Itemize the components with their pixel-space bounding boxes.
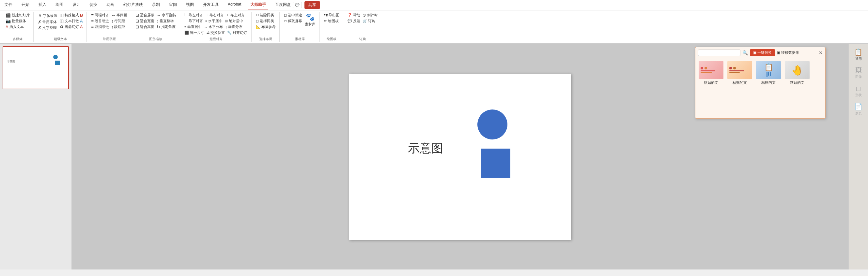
multipage-icon: 📄 — [854, 103, 863, 110]
spacing-col1: ≡ 两端对齐 ≡ 段首缩进 ≡ 取消缩进 — [90, 12, 110, 30]
btn-align-top[interactable]: ⊤靠上对齐 — [225, 12, 246, 18]
scale-buttons: ⊡ 适合屏幕 ⊡ 适合宽度 ⊡ 适合高度 ↔ 水平翻转 — [134, 12, 177, 36]
btn-dist-h[interactable]: ↔水平分布 — [203, 24, 224, 30]
btn-indent[interactable]: ≡ 段首缩进 — [90, 18, 110, 24]
menu-daoshi[interactable]: 大师助手 — [248, 1, 268, 9]
btn-screenshot[interactable]: ✂截取屏幕 — [283, 18, 303, 24]
menu-switch[interactable]: 切换 — [88, 1, 99, 9]
menu-start[interactable]: 开始 — [20, 1, 31, 9]
purchase-col1: ❓帮助 💬反馈 — [346, 12, 361, 24]
btn-help[interactable]: ❓帮助 — [346, 12, 361, 18]
slide-thumb-1[interactable]: 1 示意图 — [3, 46, 69, 89]
btn-new-slide[interactable]: 🎬 新建幻灯片 — [5, 12, 31, 18]
btn-batch-media[interactable]: 📷 批量媒体 — [5, 18, 31, 24]
fp-item-4[interactable]: 🤚 粘贴的文 — [784, 61, 810, 85]
ribbon-group-layout: ✂清除同类 ◻选择同类 📐布局参考 选择布局 — [252, 12, 280, 42]
btn-fit-screen[interactable]: ⊡ 适合屏幕 — [134, 12, 155, 18]
btn-align-slide[interactable]: 🔧对齐幻灯 — [226, 30, 248, 36]
dist-h-icon: ↔ — [204, 25, 208, 29]
btn-clear-same[interactable]: ✂清除同类 — [255, 12, 277, 18]
btn-feedback[interactable]: 💬反馈 — [346, 18, 361, 24]
btn-material-library[interactable]: 🐾 素材库 — [304, 12, 317, 27]
slide-preview-circle — [53, 55, 58, 59]
fp-transfer-button[interactable]: ▣ 转移数据库 — [777, 50, 799, 55]
btn-new-from-selected[interactable]: ◻选中新建 — [283, 12, 303, 18]
fp-search-input[interactable] — [698, 49, 740, 56]
fp-thumb-1 — [699, 61, 723, 79]
btn-align-bottom[interactable]: ⊥靠下对齐 — [183, 18, 204, 24]
sidebar-item-shape[interactable]: ◻ 形状 — [850, 82, 867, 99]
btn-export-img[interactable]: 🗺导出图 — [323, 12, 340, 18]
btn-dist-v[interactable]: ↕垂直分布 — [224, 24, 243, 30]
btn-fit-height[interactable]: ⊡ 适合高度 — [134, 24, 155, 30]
btn-center-v[interactable]: ≡垂直居中 — [183, 24, 203, 30]
fp-search-icon[interactable]: 🔍 — [742, 50, 748, 56]
share-button[interactable]: 共享 — [305, 1, 320, 9]
sidebar-item-image[interactable]: 🖼 图像 — [850, 65, 867, 81]
btn-layout-ref[interactable]: 📐布局参考 — [255, 24, 277, 30]
menu-view[interactable]: 视图 — [184, 1, 196, 9]
align-top-icon: ⊤ — [226, 13, 229, 17]
btn-flip-v[interactable]: ↕ 垂直翻转 — [156, 18, 177, 24]
btn-swap-pos[interactable]: ⇄交换位置 — [206, 30, 226, 36]
btn-align-right[interactable]: ⊣靠右对齐 — [204, 12, 225, 18]
btn-purchase[interactable]: 🛒订购 — [362, 18, 379, 24]
menu-animate[interactable]: 动画 — [104, 1, 116, 9]
btn-line-spacing[interactable]: ↕ 行间距 — [110, 18, 128, 24]
btn-center-abs[interactable]: ⊞绝对居中 — [224, 18, 244, 24]
canvas-area: 示意图 🔍 ▣ 一键替换 ▣ 转移数据库 ✕ — [72, 44, 848, 270]
menu-file[interactable]: 文件 — [3, 1, 14, 9]
btn-center-h[interactable]: ≡水平居中 — [204, 18, 223, 24]
countdown-icon: ⏱ — [363, 13, 366, 17]
menu-review[interactable]: 审阅 — [167, 1, 179, 9]
btn-font-setting[interactable]: Ａ 字体设置 — [37, 12, 58, 19]
btn-text-arrange[interactable]: ✗ 文字整理 — [37, 25, 58, 31]
slide-canvas[interactable]: 示意图 — [349, 74, 571, 240]
fp-close-button[interactable]: ✕ — [819, 50, 823, 56]
menu-baidu[interactable]: 百度网盘 — [273, 1, 293, 9]
btn-fit-width[interactable]: ⊡ 适合宽度 — [134, 18, 155, 24]
fp-thumb-lines-3 — [767, 72, 771, 77]
menu-insert[interactable]: 插入 — [36, 1, 48, 9]
menu-slideshow[interactable]: 幻灯片放映 — [121, 1, 145, 9]
feedback-icon: 💬 — [347, 19, 352, 23]
btn-current-slide[interactable]: ♻ 当前幻灯 A — [59, 24, 84, 30]
btn-special-format[interactable]: ◫ 特殊格式 B — [59, 12, 84, 18]
fp-thumb-3: 📋 — [756, 61, 781, 79]
menu-record[interactable]: 录制 — [150, 1, 162, 9]
btn-rotate-angle[interactable]: ↻ 指定角度 — [156, 24, 177, 30]
btn-align-left[interactable]: ⊢靠左对齐 — [183, 12, 204, 18]
menu-design[interactable]: 设计 — [70, 1, 82, 9]
fp-replace-button[interactable]: ▣ 一键替换 — [750, 49, 775, 56]
fp-item-3[interactable]: 📋 粘贴的文 — [755, 61, 781, 85]
fp-item-1[interactable]: 粘贴的文 — [698, 61, 724, 85]
fp-thumb-content-2 — [727, 65, 752, 75]
shape-label: 形状 — [855, 93, 862, 97]
btn-countdown[interactable]: ⏱倒计时 — [362, 12, 379, 18]
btn-justify[interactable]: ≡ 两端对齐 — [90, 12, 110, 18]
btn-common-font[interactable]: ✗ 常用字体 — [37, 19, 58, 25]
fp-item-2[interactable]: 粘贴的文 — [727, 61, 753, 85]
new-slide-icon: 🎬 — [5, 13, 11, 18]
multimedia-col: 🎬 新建幻灯片 📷 批量媒体 A 插入文本 — [5, 12, 31, 30]
menu-acrobat[interactable]: Acrobat — [226, 1, 243, 9]
btn-para-spacing[interactable]: ↕ 段后距 — [110, 24, 128, 30]
btn-insert-text[interactable]: A 插入文本 — [5, 24, 31, 30]
ribbon-group-align: ⊢靠左对齐 ⊣靠右对齐 ⊤靠上对齐 ⊥靠下对齐 ≡水平居中 ⊞绝对居中 ≡垂直居… — [181, 12, 252, 42]
btn-char-spacing[interactable]: ↔ 字间距 — [110, 12, 128, 18]
btn-select-same[interactable]: ◻选择同类 — [255, 18, 277, 24]
menu-devtools[interactable]: 开发工具 — [201, 1, 221, 9]
btn-no-indent[interactable]: ≡ 取消缩进 — [90, 24, 110, 30]
chat-button[interactable]: 💬 — [293, 2, 302, 8]
spacing-col2: ↔ 字间距 ↕ 行间距 ↕ 段后距 — [110, 12, 128, 30]
supertext-buttons: Ａ 字体设置 ✗ 常用字体 ✗ 文字整理 ◫ 特殊格式 — [37, 12, 84, 36]
ribbon-group-supertext: Ａ 字体设置 ✗ 常用字体 ✗ 文字整理 ◫ 特殊格式 — [34, 12, 87, 42]
library-buttons: ◻选中新建 ✂截取屏幕 🐾 素材库 — [283, 12, 317, 36]
btn-flip-h[interactable]: ↔ 水平翻转 — [156, 12, 177, 18]
menu-draw[interactable]: 绘图 — [54, 1, 65, 9]
sidebar-item-multipage[interactable]: 📄 多页 — [850, 101, 867, 117]
sidebar-item-general[interactable]: 📋 通用 — [850, 46, 867, 63]
btn-text-scatter[interactable]: ◫ 文本打散 A — [59, 18, 84, 24]
btn-drawboard[interactable]: ✏绘图板 — [323, 18, 340, 24]
btn-unify-size[interactable]: ⬛统一尺寸 — [183, 30, 205, 36]
